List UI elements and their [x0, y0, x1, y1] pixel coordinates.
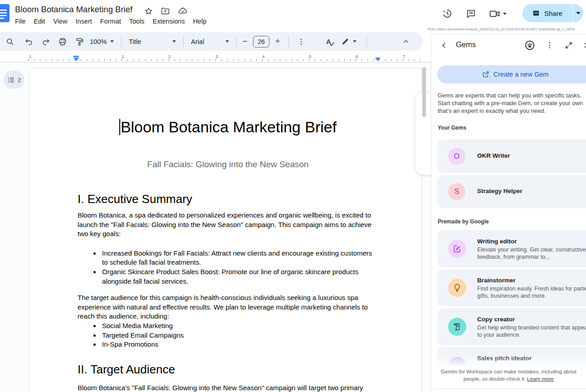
google-docs-logo-icon[interactable] [0, 4, 10, 22]
gem-description: Find inspiration easily. Fresh ideas for… [477, 285, 586, 300]
gems-description: Gems are experts that can help you with … [438, 92, 586, 115]
paw-dogfood-icon[interactable] [524, 39, 536, 51]
print-icon[interactable] [56, 35, 69, 48]
gem-card-brainstormer[interactable]: Brainstormer Find inspiration easily. Fr… [437, 269, 586, 306]
titlebar: Bloom Botanica Marketing Brief File Edit… [0, 0, 431, 30]
build-debug-text: POD editors.documents-frontend_20250131.… [428, 27, 586, 31]
expand-icon[interactable] [563, 39, 575, 51]
ruler-label: 7 [402, 54, 406, 59]
doc-paragraph[interactable]: The target audience for this campaign is… [78, 293, 378, 321]
ruler-label: 4 [261, 54, 265, 59]
left-indent-marker[interactable] [73, 58, 79, 61]
doc-bullet-item[interactable]: Organic Skincare Product Sales Boost: Pr… [101, 267, 378, 286]
document-page[interactable]: Bloom Botanica Marketing Brief Fall Faci… [29, 68, 422, 392]
decrease-font-size-button[interactable]: − [239, 37, 250, 46]
video-call-dropdown-icon[interactable] [502, 8, 508, 19]
header-actions: Share [431, 0, 586, 25]
gem-avatar: S [448, 183, 465, 200]
close-icon[interactable] [581, 39, 586, 51]
gem-name: Writing editor [477, 238, 517, 245]
cloud-saved-icon[interactable] [178, 6, 188, 16]
first-line-indent-marker[interactable] [73, 56, 79, 57]
paragraph-style-select[interactable]: Title [127, 38, 178, 45]
your-gems-label: Your Gems [438, 125, 466, 131]
gem-description: Elevate your writing. Get clear, constru… [477, 246, 586, 261]
more-formatting-icon[interactable] [294, 35, 308, 48]
editing-mode-select[interactable] [341, 37, 356, 46]
learn-more-link[interactable]: Learn more [527, 376, 554, 382]
right-indent-marker[interactable] [375, 58, 381, 61]
menu-help[interactable]: Help [189, 17, 211, 26]
menu-file[interactable]: File [14, 17, 29, 26]
toolbar: 100% Title Arial − 26 + A [0, 32, 423, 51]
spelling-grammar-check-icon[interactable]: A [326, 38, 331, 45]
copy-creator-scroll-icon [448, 318, 466, 336]
gem-description: Get help writing branded content that ap… [477, 324, 586, 339]
doc-bullet-item[interactable]: Increased Bookings for Fall Facials: Att… [101, 249, 378, 267]
tabs-outline-button[interactable]: 2 [4, 71, 24, 89]
video-call-icon[interactable] [488, 8, 500, 19]
doc-heading-1[interactable]: I. Executive Summary [78, 192, 378, 207]
hide-menus-icon[interactable] [399, 35, 413, 48]
font-family-select[interactable]: Arial [189, 38, 231, 45]
gem-card-writing-editor[interactable]: Writing editor Elevate your writing. Get… [437, 230, 586, 267]
zoom-select[interactable]: 100% [90, 38, 114, 45]
gems-panel-title: Gems [456, 40, 476, 49]
doc-paragraph[interactable]: Bloom Botanica's "Fall Facials: Glowing … [78, 383, 378, 392]
document-title-input[interactable]: Bloom Botanica Marketing Brief [15, 5, 132, 15]
increase-font-size-button[interactable]: + [272, 37, 283, 46]
menu-tools[interactable]: Tools [125, 17, 149, 26]
gem-name: Copy creator [477, 316, 515, 323]
doc-heading-title[interactable]: Bloom Botanica Marketing Brief [78, 117, 378, 136]
doc-bullet-list: Increased Bookings for Fall Facials: Att… [78, 249, 378, 286]
font-value: Arial [191, 38, 204, 45]
menu-view[interactable]: View [49, 17, 71, 26]
zoom-value: 100% [90, 38, 107, 45]
create-new-gem-button[interactable]: Create a new Gem [437, 65, 586, 83]
back-icon[interactable] [439, 40, 449, 51]
menu-insert[interactable]: Insert [72, 17, 96, 26]
open-in-new-icon [482, 71, 489, 78]
paint-format-icon[interactable] [73, 35, 86, 48]
gem-card-okr-writer[interactable]: O OKR Writer [437, 140, 586, 173]
horizontal-ruler: 1 1 2 3 4 5 6 7 [0, 54, 431, 63]
gemini-disclaimer: Gemini for Workspace can make mistakes, … [431, 355, 586, 392]
vertical-scrollbar-thumb[interactable] [422, 67, 426, 117]
gems-side-panel: Gems Create a new Gem Gem [431, 34, 586, 392]
gem-name: Strategy Helper [477, 188, 523, 194]
doc-heading-2[interactable]: II. Target Audience [78, 362, 378, 377]
menu-format[interactable]: Format [96, 17, 125, 26]
pen-icon [341, 37, 350, 46]
move-folder-icon[interactable] [161, 6, 170, 16]
gem-avatar: O [448, 148, 465, 165]
premade-by-google-label: Premade by Google [438, 218, 489, 225]
version-history-icon[interactable] [441, 8, 453, 19]
writing-editor-icon [448, 240, 466, 258]
ruler-label: 3 [215, 54, 219, 59]
ruler-label: 2 [167, 54, 171, 59]
doc-bullet-item[interactable]: Social Media Marketing [101, 321, 378, 331]
gem-name: Brainstormer [477, 277, 516, 284]
gem-card-copy-creator[interactable]: Copy creator Get help writing branded co… [437, 308, 586, 345]
doc-subtitle[interactable]: Fall Facials: Glowing into the New Seaso… [78, 159, 378, 170]
disclaimer-text: Gemini for Workspace can make mistakes, … [441, 369, 576, 382]
doc-bullet-item[interactable]: In-Spa Promotions [101, 340, 378, 349]
outline-list-icon [7, 76, 15, 84]
redo-icon[interactable] [39, 35, 53, 48]
doc-paragraph[interactable]: Bloom Botanica, a spa dedicated to perso… [78, 211, 378, 239]
star-icon[interactable] [144, 7, 153, 15]
panel-divider [435, 388, 586, 389]
undo-icon[interactable] [22, 35, 36, 48]
share-dropdown-icon[interactable] [573, 11, 583, 15]
share-button[interactable]: Share [523, 4, 583, 22]
doc-bullet-item[interactable]: Targeted Email Campaigns [101, 331, 378, 340]
font-size-input[interactable]: 26 [253, 36, 269, 48]
search-menus-icon[interactable] [3, 35, 17, 48]
menu-extensions[interactable]: Extensions [149, 17, 189, 26]
ruler-label: 1 [121, 54, 125, 59]
gem-card-strategy-helper[interactable]: S Strategy Helper [437, 175, 586, 208]
menu-edit[interactable]: Edit [29, 17, 49, 26]
brainstormer-bulb-icon [448, 279, 466, 297]
kebab-menu-icon[interactable] [544, 39, 556, 51]
comments-icon[interactable] [465, 8, 477, 19]
